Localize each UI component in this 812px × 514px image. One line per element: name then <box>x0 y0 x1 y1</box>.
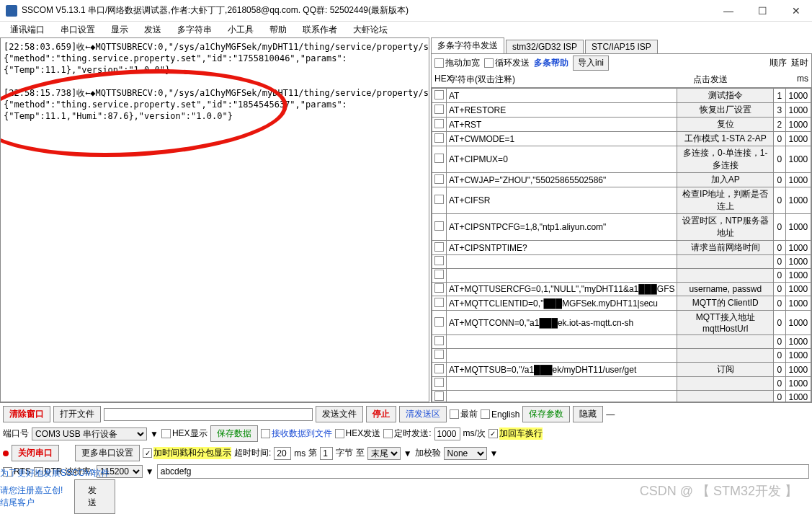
row-seq-cell[interactable]: 0 <box>774 349 786 363</box>
import-ini-button[interactable]: 导入ini <box>573 56 609 71</box>
port-dropdown-icon[interactable]: ▼ <box>150 429 159 439</box>
row-delay-cell[interactable]: 1000 <box>785 103 811 118</box>
row-send-button[interactable]: 复位 <box>677 118 774 132</box>
row-seq-cell[interactable]: 0 <box>774 377 786 391</box>
row-hex-checkbox[interactable] <box>434 256 444 265</box>
send-text-input[interactable]: abcdefg <box>157 464 809 479</box>
end-select[interactable]: 末尾 <box>367 447 401 460</box>
row-cmd-cell[interactable] <box>447 377 677 391</box>
file-path-input[interactable] <box>104 408 313 421</box>
row-cmd-cell[interactable]: AT+CIFSR <box>447 187 677 214</box>
row-seq-cell[interactable]: 2 <box>774 118 786 132</box>
row-cmd-cell[interactable]: AT+CIPSNTPCFG=1,8,"ntp1.aliyun.com" <box>447 214 677 241</box>
menu-item-0[interactable]: 通讯端口 <box>3 22 52 37</box>
tab-stc-isp[interactable]: STC/IAP15 ISP <box>585 40 658 53</box>
menu-item-8[interactable]: 大虾论坛 <box>346 22 395 37</box>
row-cmd-cell[interactable]: AT+CWMODE=1 <box>447 132 677 146</box>
row-send-button[interactable]: 多连接，0-单连接，1-多连接 <box>677 146 774 173</box>
baud-dropdown-icon[interactable]: ▼ <box>146 466 154 477</box>
tab-stm32-isp[interactable]: stm32/GD32 ISP <box>506 40 584 53</box>
hex-send-checkbox[interactable] <box>335 429 344 438</box>
row-send-button[interactable]: 加入AP <box>677 173 774 187</box>
row-send-button[interactable]: 工作模式 1-STA 2-AP <box>677 132 774 146</box>
row-cmd-cell[interactable]: AT <box>447 89 677 103</box>
loop-send-checkbox[interactable] <box>484 58 494 68</box>
menu-item-3[interactable]: 发送 <box>137 22 169 37</box>
end-dropdown-icon[interactable]: ▼ <box>403 448 412 458</box>
hide-button[interactable]: 隐藏 <box>573 406 603 422</box>
row-seq-cell[interactable]: 0 <box>774 269 786 283</box>
clear-send-button[interactable]: 清发送区 <box>399 406 447 422</box>
row-hex-checkbox[interactable] <box>434 154 444 163</box>
row-hex-checkbox[interactable] <box>434 195 444 204</box>
row-cmd-cell[interactable] <box>447 255 677 269</box>
row-seq-cell[interactable]: 0 <box>774 214 786 241</box>
row-seq-cell[interactable]: 0 <box>774 283 786 296</box>
row-delay-cell[interactable]: 1000 <box>785 255 811 269</box>
row-send-button[interactable]: MQTT接入地址 mqttHostUrl <box>677 311 774 335</box>
row-send-button[interactable] <box>677 391 774 403</box>
minimize-button[interactable]: — <box>718 5 739 17</box>
row-send-button[interactable]: 订阅 <box>677 363 774 377</box>
menu-item-1[interactable]: 串口设置 <box>53 22 102 37</box>
menu-item-4[interactable]: 多字符串 <box>170 22 219 37</box>
row-cmd-cell[interactable]: AT+MQTTCONN=0,"a1███ek.iot-as-mqtt.cn-sh <box>447 311 677 335</box>
row-seq-cell[interactable]: 0 <box>774 363 786 377</box>
close-button[interactable]: ✕ <box>786 5 806 17</box>
row-hex-checkbox[interactable] <box>434 270 444 279</box>
command-table-container[interactable]: AT测试指令11000AT+RESTORE恢复出厂设置31000AT+RST复位… <box>431 87 812 402</box>
row-delay-cell[interactable]: 1000 <box>785 118 811 132</box>
menu-item-2[interactable]: 显示 <box>104 22 135 37</box>
row-send-button[interactable] <box>677 269 774 283</box>
drag-widen-checkbox[interactable] <box>434 58 444 68</box>
row-seq-cell[interactable]: 0 <box>774 335 786 349</box>
row-seq-cell[interactable]: 0 <box>774 311 786 335</box>
multi-help-link[interactable]: 多条帮助 <box>534 57 568 69</box>
maximize-button[interactable]: ☐ <box>752 5 773 17</box>
row-delay-cell[interactable]: 1000 <box>785 377 811 391</box>
row-seq-cell[interactable]: 0 <box>774 173 786 187</box>
row-cmd-cell[interactable]: AT+RESTORE <box>447 103 677 118</box>
save-data-button[interactable]: 保存数据 <box>210 425 258 442</box>
row-send-button[interactable]: 请求当前网络时间 <box>677 241 774 255</box>
row-send-button[interactable]: 恢复出厂设置 <box>677 103 774 118</box>
row-cmd-cell[interactable]: AT+CIPSNTPTIME? <box>447 241 677 255</box>
more-port-settings-button[interactable]: 更多串口设置 <box>75 445 140 461</box>
hex-show-checkbox[interactable] <box>161 429 171 438</box>
row-cmd-cell[interactable]: AT+CIPMUX=0 <box>447 146 677 173</box>
row-cmd-cell[interactable] <box>447 335 677 349</box>
row-delay-cell[interactable]: 1000 <box>785 296 811 311</box>
row-delay-cell[interactable]: 1000 <box>785 89 811 103</box>
row-cmd-cell[interactable]: AT+RST <box>447 118 677 132</box>
row-seq-cell[interactable]: 0 <box>774 132 786 146</box>
row-delay-cell[interactable]: 1000 <box>785 241 811 255</box>
row-hex-checkbox[interactable] <box>434 317 444 327</box>
row-hex-checkbox[interactable] <box>434 350 444 359</box>
row-delay-cell[interactable]: 1000 <box>785 335 811 349</box>
row-hex-checkbox[interactable] <box>434 221 444 231</box>
row-cmd-cell[interactable] <box>447 349 677 363</box>
row-seq-cell[interactable]: 0 <box>774 241 786 255</box>
menu-item-7[interactable]: 联系作者 <box>295 22 344 37</box>
row-seq-cell[interactable]: 3 <box>774 103 786 118</box>
row-delay-cell[interactable]: 1000 <box>785 349 811 363</box>
row-send-button[interactable]: username, passwd <box>677 283 774 296</box>
row-seq-cell[interactable]: 1 <box>774 89 786 103</box>
timestamp-checkbox[interactable] <box>143 448 152 458</box>
row-hex-checkbox[interactable] <box>434 336 444 345</box>
row-hex-checkbox[interactable] <box>434 298 444 307</box>
crc-dropdown-icon[interactable]: ▼ <box>490 448 499 458</box>
row-send-button[interactable]: 测试指令 <box>677 89 774 103</box>
period-input[interactable] <box>434 427 460 440</box>
row-delay-cell[interactable]: 1000 <box>785 187 811 214</box>
row-hex-checkbox[interactable] <box>434 90 444 99</box>
row-send-button[interactable] <box>677 377 774 391</box>
timed-send-checkbox[interactable] <box>383 429 393 438</box>
row-hex-checkbox[interactable] <box>434 119 444 128</box>
row-send-button[interactable]: 设置时区，NTP服务器地址 <box>677 214 774 241</box>
row-delay-cell[interactable]: 1000 <box>785 269 811 283</box>
row-cmd-cell[interactable]: AT+MQTTUSERCFG=0,1,"NULL","myDHT11&a1███… <box>447 283 677 296</box>
send-button[interactable]: 发 送 <box>74 479 115 514</box>
row-hex-checkbox[interactable] <box>434 283 444 293</box>
row-hex-checkbox[interactable] <box>434 378 444 387</box>
